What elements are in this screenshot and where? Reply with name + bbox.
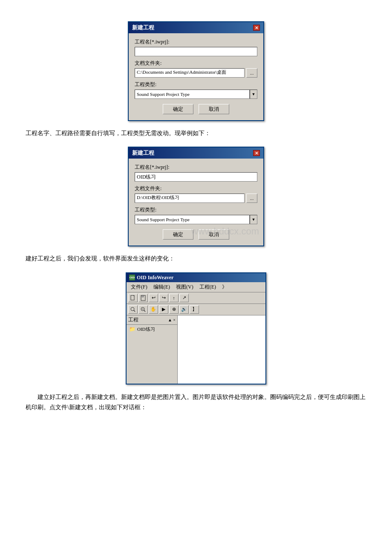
svg-point-3 <box>131 307 134 311</box>
dialog2-wrapper: 新建工程 ✕ 工程名[*.iwprj]: 文档文件夹: D:\OID教程\OID… <box>26 147 366 246</box>
toolbar-play-btn[interactable]: ▶ <box>159 305 168 314</box>
svg-rect-2 <box>142 295 144 297</box>
app-content: 工程 ▲ × 📁 OID练习 <box>127 315 265 384</box>
menu-project[interactable]: 工程(E) <box>197 283 219 291</box>
dialog2-type-row: Sound Support Project Type ▼ <box>135 215 257 224</box>
menu-view[interactable]: 视图(V) <box>173 283 196 291</box>
menu-more[interactable]: 》 <box>219 283 230 291</box>
folder-icon: 📁 <box>129 326 135 332</box>
dialog2-type-label: 工程类型: <box>135 206 257 214</box>
svg-line-6 <box>144 310 145 312</box>
menu-edit[interactable]: 编辑(E) <box>151 283 173 291</box>
app-toolbar2: ✋ ▶ ⊕ 🔊 】 <box>127 304 265 315</box>
dialog2-close-button[interactable]: ✕ <box>253 150 260 156</box>
sidebar-controls: ▲ × <box>168 318 176 322</box>
dialog1-close-button[interactable]: ✕ <box>253 25 260 31</box>
toolbar-new-btn[interactable] <box>128 294 138 302</box>
toolbar-undo-btn[interactable]: ↩ <box>149 294 158 302</box>
dialog1-folder-input[interactable]: C:\Documents and Settings\Administrator\… <box>135 68 245 78</box>
dialog1-body: 工程名[*.iwprj]: 文档文件夹: C:\Documents and Se… <box>129 33 263 120</box>
dialog2-folder-input[interactable]: D:\OID教程\OID练习 <box>135 194 245 203</box>
dialog1-ok-button[interactable]: 确定 <box>163 104 193 114</box>
paragraph2: 建好工程之后，我们会发现，软件界面发生这样的变化： <box>26 254 366 263</box>
dialog2: 新建工程 ✕ 工程名[*.iwprj]: 文档文件夹: D:\OID教程\OID… <box>128 147 264 246</box>
app-title: OID InfoWeaver <box>137 275 173 281</box>
dialog2-name-label: 工程名[*.iwprj]: <box>135 164 257 171</box>
app-window-wrapper: OID OID InfoWeaver 文件(F) 编辑(E) 视图(V) 工程(… <box>26 272 366 384</box>
sidebar-title: 工程 <box>128 316 138 324</box>
toolbar-zoom-btn[interactable] <box>128 305 138 314</box>
dialog1: 新建工程 ✕ 工程名[*.iwprj]: 文档文件夹: C:\Documents… <box>128 21 264 121</box>
dialog1-select-arrow[interactable]: ▼ <box>250 90 257 99</box>
svg-line-4 <box>134 310 135 312</box>
dialog2-titlebar: 新建工程 ✕ <box>129 147 263 159</box>
app-titlebar: OID OID InfoWeaver <box>127 273 265 282</box>
dialog2-body: 工程名[*.iwprj]: 文档文件夹: D:\OID教程\OID练习 ... … <box>129 159 263 246</box>
dialog1-title: 新建工程 <box>132 24 154 32</box>
dialog2-folder-row: D:\OID教程\OID练习 ... <box>135 194 257 203</box>
paragraph1: 工程名字、工程路径需要自行填写，工程类型无需改动。现举例如下： <box>26 129 366 138</box>
dialog2-buttons: 确定 取消 <box>135 229 257 240</box>
sidebar-header: 工程 ▲ × <box>127 315 177 325</box>
dialog1-cancel-button[interactable]: 取消 <box>199 104 229 114</box>
dialog2-ok-button[interactable]: 确定 <box>163 229 193 240</box>
dialog2-title: 新建工程 <box>132 149 154 157</box>
dialog2-cancel-button[interactable]: 取消 <box>199 229 229 240</box>
toolbar-arrow-btn[interactable]: ↗ <box>179 294 189 302</box>
dialog1-buttons: 确定 取消 <box>135 104 257 114</box>
toolbar-up-btn[interactable]: ↑ <box>169 294 179 302</box>
app-window: OID OID InfoWeaver 文件(F) 编辑(E) 视图(V) 工程(… <box>126 272 266 384</box>
app-toolbar1: ↩ ↪ ↑ ↗ <box>127 292 265 304</box>
toolbar-sound-btn[interactable]: 🔊 <box>179 305 189 314</box>
menu-file[interactable]: 文件(F) <box>128 283 150 291</box>
dialog1-wrapper: 新建工程 ✕ 工程名[*.iwprj]: 文档文件夹: C:\Documents… <box>26 21 366 121</box>
dialog1-name-label: 工程名[*.iwprj]: <box>135 38 257 46</box>
toolbar-add-btn[interactable]: ⊕ <box>169 305 179 314</box>
toolbar-zoom2-btn[interactable] <box>138 305 148 314</box>
dialog1-folder-row: C:\Documents and Settings\Administrator\… <box>135 68 257 78</box>
sidebar-item-project[interactable]: 📁 OID练习 <box>127 325 177 334</box>
toolbar-redo-btn[interactable]: ↪ <box>159 294 168 302</box>
dialog1-name-input[interactable] <box>135 47 257 56</box>
app-menubar: 文件(F) 编辑(E) 视图(V) 工程(E) 》 <box>127 282 265 292</box>
toolbar-bracket-btn[interactable]: 】 <box>190 305 199 314</box>
dialog2-folder-label: 文档文件夹: <box>135 185 257 192</box>
dialog1-folder-label: 文档文件夹: <box>135 60 257 67</box>
paragraph3: 建立好工程之后，再新建文档。新建文档即是把图片置入。图片即是该软件处理的对象。圈… <box>26 392 366 413</box>
app-main-area <box>178 315 265 384</box>
toolbar-save-btn[interactable] <box>138 294 148 302</box>
app-titlebar-icon: OID <box>129 275 135 280</box>
dialog1-type-row: Sound Support Project Type ▼ <box>135 90 257 99</box>
toolbar-hand-btn[interactable]: ✋ <box>149 305 158 314</box>
dialog2-type-select[interactable]: Sound Support Project Type <box>135 215 250 224</box>
sidebar-project-name: OID练习 <box>137 326 155 332</box>
dialog1-type-label: 工程类型: <box>135 81 257 88</box>
dialog2-name-input[interactable] <box>135 172 257 182</box>
dialog2-select-arrow[interactable]: ▼ <box>250 215 257 224</box>
svg-rect-0 <box>131 295 134 300</box>
app-sidebar: 工程 ▲ × 📁 OID练习 <box>127 315 178 384</box>
dialog1-browse-button[interactable]: ... <box>246 68 257 78</box>
dialog1-titlebar: 新建工程 ✕ <box>129 22 263 33</box>
dialog2-browse-button[interactable]: ... <box>246 194 257 203</box>
dialog1-type-select[interactable]: Sound Support Project Type <box>135 90 250 99</box>
